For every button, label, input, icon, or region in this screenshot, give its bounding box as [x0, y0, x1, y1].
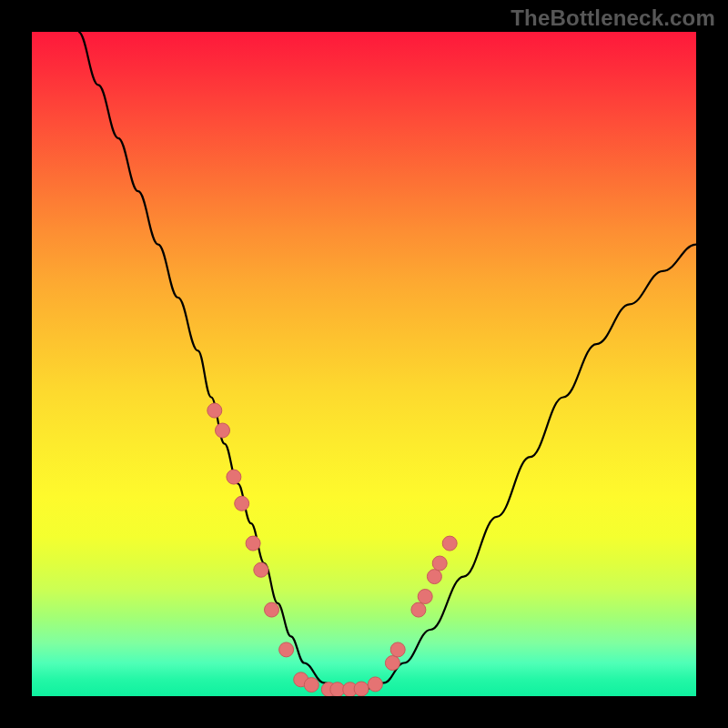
data-marker — [235, 496, 249, 511]
data-marker — [254, 562, 268, 577]
plot-area — [32, 32, 696, 696]
data-marker — [427, 570, 441, 584]
data-marker — [216, 423, 230, 438]
data-marker — [390, 642, 405, 657]
data-marker — [265, 602, 279, 617]
data-marker — [418, 590, 432, 604]
data-marker — [207, 403, 222, 418]
data-marker — [304, 678, 318, 693]
data-marker — [432, 556, 447, 571]
watermark-text: TheBottleneck.com — [511, 5, 715, 31]
data-marker — [246, 536, 260, 551]
curve-svg — [32, 32, 696, 696]
data-marker — [411, 602, 426, 617]
data-marker — [442, 536, 457, 551]
data-marker — [227, 470, 241, 484]
data-marker — [279, 642, 294, 657]
data-marker — [368, 677, 382, 692]
data-marker — [385, 656, 399, 671]
chart-stage: TheBottleneck.com — [0, 0, 728, 728]
bottleneck-curve — [78, 32, 696, 690]
data-marker — [354, 682, 369, 696]
marker-group — [207, 403, 457, 696]
